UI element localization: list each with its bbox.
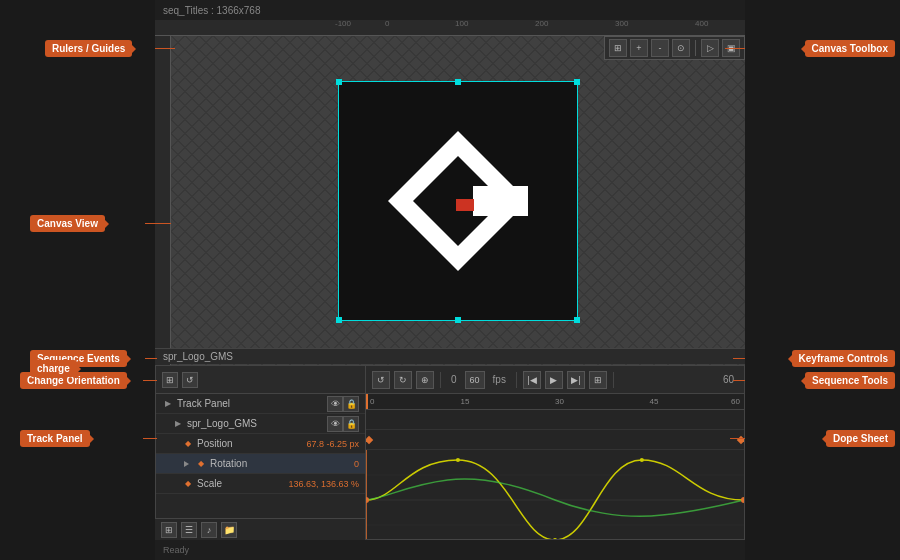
ann-line-dope xyxy=(730,438,745,439)
play-start-btn[interactable]: |◀ xyxy=(523,371,541,389)
keyframe-track-1 xyxy=(366,410,744,430)
timeline-ruler: 0 15 30 45 60 xyxy=(366,394,744,410)
canvas-viewport[interactable] xyxy=(171,36,745,365)
add-track-btn[interactable]: ⊞ xyxy=(161,522,177,538)
annotation-rulers: Rulers / Guides xyxy=(45,40,132,57)
track-item-scale[interactable]: ◆ Scale 136.63, 136.63 % xyxy=(156,474,365,494)
fps-display: 60 xyxy=(465,371,485,389)
ruler-60: 60 xyxy=(731,397,740,406)
seq-mark-btn[interactable]: ⊕ xyxy=(416,371,434,389)
zoom-in-btn[interactable]: + xyxy=(630,39,648,57)
select-tool-btn[interactable]: ▷ xyxy=(701,39,719,57)
track-item-panel[interactable]: ▶ Track Panel 👁 🔒 xyxy=(156,394,365,414)
curve-display xyxy=(366,450,744,539)
logo-svg xyxy=(378,121,538,281)
seq-undo-btn[interactable]: ↻ xyxy=(394,371,412,389)
track-panel-bottom-bar: ⊞ ☰ ♪ 📁 xyxy=(155,518,365,540)
svg-rect-4 xyxy=(456,199,474,211)
start-frame: 0 xyxy=(447,374,461,385)
status-text: Ready xyxy=(163,545,189,555)
divider xyxy=(695,40,696,56)
bottom-panel: ⊞ ↺ ▶ Track Panel 👁 🔒 ▶ spr_Logo_GMS 👁 🔒… xyxy=(155,365,745,540)
track-rotation-label: Rotation xyxy=(210,458,354,469)
track-lock-btn[interactable]: 🔒 xyxy=(343,396,359,412)
canvas-content xyxy=(338,81,578,321)
ann-line-seqt xyxy=(733,380,745,381)
ann-line-toolbox xyxy=(725,48,745,49)
ann-line-rulers xyxy=(155,48,175,49)
app-top-bar: seq_Titles : 1366x768 xyxy=(155,0,745,20)
sequence-name-bar: spr_Logo_GMS xyxy=(155,348,745,364)
keyframe-icon-rot: ◆ xyxy=(195,458,207,470)
left-sidebar-bg xyxy=(0,0,155,560)
ann-line-seq xyxy=(145,358,157,359)
track-lock-btn2[interactable]: 🔒 xyxy=(343,416,359,432)
track-panel-header: ⊞ ↺ xyxy=(156,366,365,394)
ann-line-orient xyxy=(143,380,157,381)
svg-rect-5 xyxy=(474,199,486,211)
track-panel-container: ⊞ ↺ ▶ Track Panel 👁 🔒 ▶ spr_Logo_GMS 👁 🔒… xyxy=(156,366,366,539)
svg-point-14 xyxy=(553,538,557,539)
ann-line-canvas xyxy=(145,223,171,224)
right-sidebar-bg xyxy=(745,0,900,560)
keyframe-track-2 xyxy=(366,430,744,450)
ruler-left xyxy=(155,36,171,365)
ruler-30: 30 xyxy=(555,397,564,406)
track-rotation-value: 0 xyxy=(354,459,359,469)
annotation-seq-tools: Sequence Tools xyxy=(805,372,895,389)
track-scale-value: 136.63, 136.63 % xyxy=(288,479,359,489)
track-vis-btn2[interactable]: 👁 xyxy=(327,416,343,432)
annotation-toolbox: Canvas Toolbox xyxy=(805,40,896,57)
expand-icon: ▶ xyxy=(162,398,174,410)
audio-btn[interactable]: ♪ xyxy=(201,522,217,538)
svg-point-12 xyxy=(741,497,744,503)
loop-btn[interactable]: ⊞ xyxy=(589,371,607,389)
playhead-marker xyxy=(366,394,368,409)
annotation-canvas-view: Canvas View xyxy=(30,215,105,232)
folder-btn[interactable]: 📁 xyxy=(221,522,237,538)
canvas-toolbox: ⊞ + - ⊙ ▷ ▣ xyxy=(604,36,745,60)
annotation-kf-controls: Keyframe Controls xyxy=(792,350,895,367)
rot-expand xyxy=(182,459,192,469)
seq-toolbar: ↺ ↻ ⊕ 0 60 fps |◀ ▶ ▶| ⊞ 60 xyxy=(366,366,744,394)
ann-line-kf xyxy=(733,358,745,359)
keyframe-icon-scale: ◆ xyxy=(182,478,194,490)
track-item-rotation[interactable]: ◆ Rotation 0 xyxy=(156,454,365,474)
track-panel-label: Track Panel xyxy=(177,398,327,409)
track-item-logo[interactable]: ▶ spr_Logo_GMS 👁 🔒 xyxy=(156,414,365,434)
svg-point-11 xyxy=(366,497,369,503)
svg-marker-6 xyxy=(184,461,189,467)
ann-line-track xyxy=(143,438,157,439)
annotation-dope-sheet: Dope Sheet xyxy=(826,430,895,447)
sep3 xyxy=(613,372,614,388)
play-end-btn[interactable]: ▶| xyxy=(567,371,585,389)
canvas-title: seq_Titles : 1366x768 xyxy=(163,5,260,16)
play-btn[interactable]: ▶ xyxy=(545,371,563,389)
zoom-fit-btn[interactable]: ⊞ xyxy=(609,39,627,57)
annotation-charge: charge xyxy=(30,360,77,377)
kf-end[interactable] xyxy=(737,435,744,443)
expand-icon-2: ▶ xyxy=(172,418,184,430)
track-item-position[interactable]: ◆ Position 67.8 -6.25 px xyxy=(156,434,365,454)
app-bottom-bar: Ready xyxy=(155,540,745,560)
zoom-out-btn[interactable]: - xyxy=(651,39,669,57)
sequence-name: spr_Logo_GMS xyxy=(163,351,233,362)
menu-btn[interactable]: ☰ xyxy=(181,522,197,538)
sep1 xyxy=(440,372,441,388)
track-visibility-btn[interactable]: 👁 xyxy=(327,396,343,412)
track-position-value: 67.8 -6.25 px xyxy=(306,439,359,449)
track-settings-btn[interactable]: ↺ xyxy=(182,372,198,388)
curve-svg xyxy=(366,450,744,539)
ruler-0: 0 xyxy=(370,397,374,406)
annotation-track-panel: Track Panel xyxy=(20,430,90,447)
ruler-15: 15 xyxy=(461,397,470,406)
track-add-btn[interactable]: ⊞ xyxy=(162,372,178,388)
svg-point-13 xyxy=(456,458,460,462)
kf-start[interactable] xyxy=(366,435,373,443)
fps-val: 60 xyxy=(470,375,480,385)
track-logo-label: spr_Logo_GMS xyxy=(187,418,327,429)
timeline-content[interactable] xyxy=(366,410,744,539)
seq-add-btn[interactable]: ↺ xyxy=(372,371,390,389)
zoom-100-btn[interactable]: ⊙ xyxy=(672,39,690,57)
track-position-label: Position xyxy=(197,438,306,449)
